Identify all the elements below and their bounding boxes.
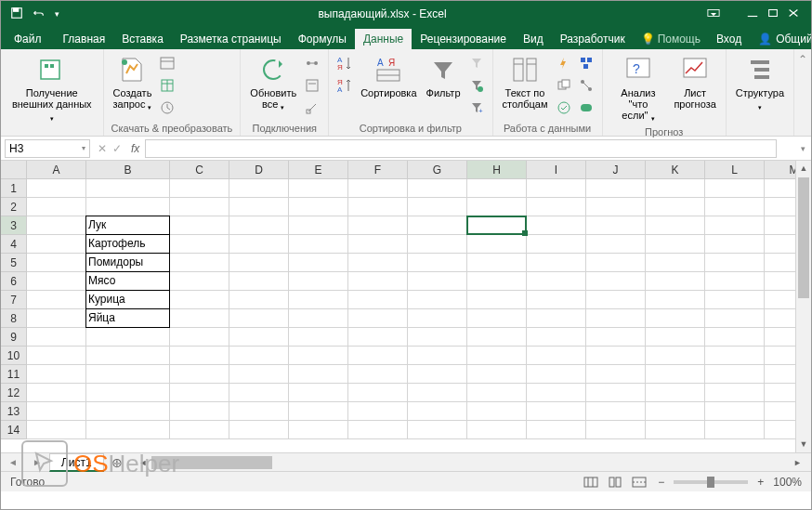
cell[interactable] xyxy=(408,235,467,254)
cell[interactable] xyxy=(467,328,527,347)
formula-bar[interactable] xyxy=(145,139,777,158)
row-header[interactable]: 8 xyxy=(1,309,27,328)
relationships-icon[interactable] xyxy=(576,75,596,96)
collapse-ribbon-icon[interactable]: ⌃ xyxy=(794,49,811,136)
get-external-data-button[interactable]: Получение внешних данных ▾ xyxy=(7,53,98,124)
row-header[interactable]: 5 xyxy=(1,254,27,272)
cell[interactable]: Мясо xyxy=(85,271,170,291)
cell[interactable] xyxy=(86,328,170,347)
cell[interactable] xyxy=(705,347,765,365)
remove-duplicates-icon[interactable] xyxy=(554,75,574,96)
cell[interactable] xyxy=(27,254,86,272)
cell[interactable] xyxy=(527,291,586,309)
cell[interactable] xyxy=(467,402,527,421)
cell[interactable] xyxy=(348,309,408,328)
row-header[interactable]: 12 xyxy=(1,384,27,402)
cell[interactable] xyxy=(467,365,527,384)
whatif-button[interactable]: ? Анализ "что если" ▾ xyxy=(609,53,669,124)
tab-file[interactable]: Файл xyxy=(1,29,55,49)
row-header[interactable]: 3 xyxy=(1,216,27,235)
cell[interactable] xyxy=(348,272,408,291)
col-header[interactable]: C xyxy=(170,161,229,179)
cell[interactable] xyxy=(229,254,289,272)
cell[interactable] xyxy=(705,402,765,421)
cell[interactable] xyxy=(170,347,229,365)
cell[interactable] xyxy=(646,179,705,198)
cell[interactable] xyxy=(408,365,467,384)
cell[interactable] xyxy=(86,198,170,216)
cell[interactable] xyxy=(408,421,467,439)
cell[interactable] xyxy=(408,384,467,402)
cell[interactable] xyxy=(408,291,467,309)
cell[interactable] xyxy=(467,272,527,291)
cell[interactable]: Помидоры xyxy=(85,253,170,272)
properties-icon[interactable] xyxy=(302,75,322,96)
fx-icon[interactable]: fx xyxy=(125,142,145,155)
row-header[interactable]: 14 xyxy=(1,421,27,439)
cell[interactable] xyxy=(586,216,646,235)
cell[interactable] xyxy=(705,272,765,291)
cell[interactable] xyxy=(586,421,646,439)
cell[interactable] xyxy=(408,402,467,421)
cell[interactable] xyxy=(586,384,646,402)
cell[interactable] xyxy=(646,235,705,254)
cell[interactable] xyxy=(289,216,348,235)
cell[interactable] xyxy=(289,291,348,309)
cell[interactable] xyxy=(646,328,705,347)
cell[interactable] xyxy=(27,384,86,402)
cell[interactable]: Лук xyxy=(85,216,170,235)
cell[interactable] xyxy=(467,179,527,198)
col-header[interactable]: I xyxy=(527,161,586,179)
cell[interactable] xyxy=(348,254,408,272)
cell[interactable] xyxy=(527,384,586,402)
cell[interactable] xyxy=(229,384,289,402)
cell[interactable] xyxy=(170,328,229,347)
cell[interactable] xyxy=(289,402,348,421)
cell[interactable] xyxy=(86,179,170,198)
col-header[interactable]: A xyxy=(27,161,86,179)
tab-view[interactable]: Вид xyxy=(515,29,552,49)
cell[interactable] xyxy=(586,365,646,384)
cell[interactable] xyxy=(705,216,765,235)
vertical-scrollbar[interactable]: ▲ ▼ xyxy=(795,161,811,452)
cell[interactable] xyxy=(289,272,348,291)
connections-icon[interactable] xyxy=(302,53,322,73)
cell[interactable] xyxy=(705,421,765,439)
cell[interactable] xyxy=(229,309,289,328)
cell[interactable] xyxy=(586,254,646,272)
cell[interactable] xyxy=(527,198,586,216)
cell[interactable] xyxy=(229,272,289,291)
cell[interactable] xyxy=(527,235,586,254)
outline-button[interactable]: Структура▾ xyxy=(732,53,788,113)
cell[interactable] xyxy=(646,365,705,384)
zoom-in-icon[interactable]: + xyxy=(753,476,767,489)
zoom-out-icon[interactable]: − xyxy=(654,476,668,489)
cell[interactable] xyxy=(646,347,705,365)
horizontal-scrollbar[interactable]: ◄ ► xyxy=(136,455,805,470)
cell[interactable] xyxy=(27,216,86,235)
cell[interactable] xyxy=(170,254,229,272)
cell[interactable] xyxy=(229,421,289,439)
cell[interactable] xyxy=(27,328,86,347)
col-header[interactable]: H xyxy=(467,161,527,179)
cell[interactable] xyxy=(170,235,229,254)
cell[interactable] xyxy=(527,347,586,365)
cell[interactable] xyxy=(527,402,586,421)
clear-filter-icon[interactable] xyxy=(466,53,487,73)
from-table-icon[interactable] xyxy=(157,75,177,96)
cell[interactable] xyxy=(646,254,705,272)
col-header[interactable]: F xyxy=(348,161,408,179)
maximize-icon[interactable] xyxy=(766,7,779,21)
tab-review[interactable]: Рецензирование xyxy=(412,29,515,49)
cell[interactable] xyxy=(527,328,586,347)
cell[interactable] xyxy=(646,216,705,235)
reapply-icon[interactable] xyxy=(466,75,487,96)
cancel-formula-icon[interactable]: ✕ xyxy=(98,142,107,155)
cell[interactable] xyxy=(527,216,586,235)
scroll-thumb-vertical[interactable] xyxy=(798,177,809,298)
cell[interactable] xyxy=(348,216,408,235)
cells-grid[interactable]: ЛукКартофельПомидорыМясоКурицаЯйца xyxy=(27,179,811,439)
cell[interactable] xyxy=(467,216,527,235)
col-header[interactable]: K xyxy=(646,161,705,179)
col-header[interactable]: B xyxy=(86,161,170,179)
